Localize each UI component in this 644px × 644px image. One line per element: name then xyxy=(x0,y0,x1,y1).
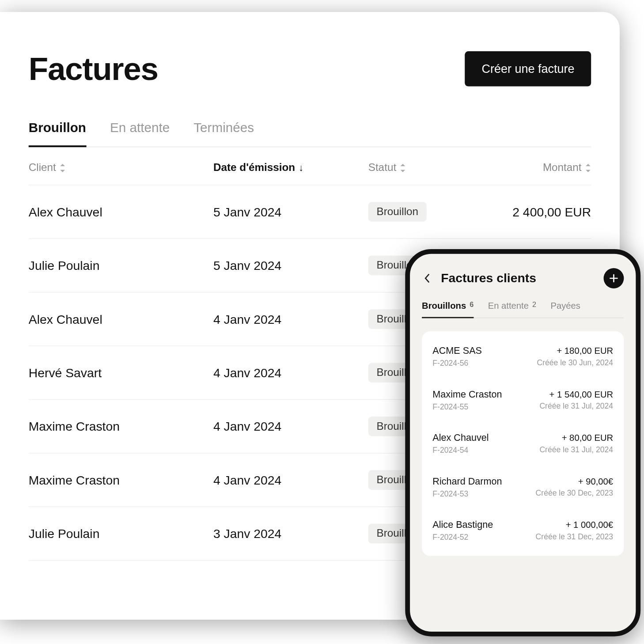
invoice-date: Créée le 31 Jul, 2024 xyxy=(539,402,613,410)
plus-icon xyxy=(610,274,618,283)
mobile-tabs: Brouillons 6 En attente 2 Payées xyxy=(422,300,624,318)
mobile-tab-label: Payées xyxy=(550,300,580,311)
invoice-ref: F-2024-52 xyxy=(432,533,493,542)
page-title: Factures xyxy=(29,50,158,87)
invoice-amount: + 80,00 EUR xyxy=(539,432,613,443)
mobile-tab-paid[interactable]: Payées xyxy=(550,300,580,318)
cell-client: Julie Poulain xyxy=(29,258,213,273)
table-header: Client Date d'émission ↓ Statut Montant xyxy=(29,147,591,185)
invoice-client: Alex Chauvel xyxy=(432,432,489,443)
tab-draft[interactable]: Brouillon xyxy=(29,120,86,146)
mobile-title: Factures clients xyxy=(441,271,595,285)
column-date[interactable]: Date d'émission ↓ xyxy=(213,162,368,174)
invoice-client: ACME SAS xyxy=(432,345,482,356)
cell-date: 4 Janv 2024 xyxy=(213,473,368,487)
table-row[interactable]: Alex Chauvel5 Janv 2024Brouillon2 400,00… xyxy=(29,186,591,239)
create-invoice-button[interactable]: Créer une facture xyxy=(465,51,591,86)
column-client-label: Client xyxy=(29,162,56,174)
mobile-invoice-list: ACME SASF-2024-56+ 180,00 EURCréée le 30… xyxy=(422,331,624,556)
column-date-label: Date d'émission xyxy=(213,162,295,174)
cell-date: 4 Janv 2024 xyxy=(213,312,368,326)
invoice-amount: + 180,00 EUR xyxy=(537,345,614,356)
cell-amount: 2 400,00 EUR xyxy=(472,205,591,219)
invoice-date: Créée le 30 Jun, 2024 xyxy=(537,358,614,367)
invoice-ref: F-2024-56 xyxy=(432,359,482,367)
cell-date: 3 Janv 2024 xyxy=(213,527,368,541)
invoice-client: Richard Darmon xyxy=(432,476,502,487)
mobile-tab-label: Brouillons xyxy=(422,300,466,311)
column-status-label: Statut xyxy=(368,162,396,174)
list-item[interactable]: Alex ChauvelF-2024-54+ 80,00 EURCréée le… xyxy=(432,422,613,465)
list-item[interactable]: ACME SASF-2024-56+ 180,00 EURCréée le 30… xyxy=(432,335,613,378)
cell-client: Julie Poulain xyxy=(29,527,213,541)
cell-status: Brouillon xyxy=(368,202,472,222)
mobile-tab-pending[interactable]: En attente 2 xyxy=(488,300,536,318)
desktop-tabs: Brouillon En attente Terminées xyxy=(29,120,591,147)
cell-date: 4 Janv 2024 xyxy=(213,366,368,380)
mobile-tab-count: 2 xyxy=(532,300,536,308)
mobile-tab-count: 6 xyxy=(470,300,474,308)
add-invoice-button[interactable] xyxy=(604,268,624,288)
cell-client: Maxime Craston xyxy=(29,419,213,433)
cell-client: Alex Chauvel xyxy=(29,312,213,326)
column-amount-label: Montant xyxy=(543,162,582,174)
tab-pending[interactable]: En attente xyxy=(110,120,170,146)
sort-icon xyxy=(400,163,405,172)
invoice-ref: F-2024-54 xyxy=(432,446,489,455)
arrow-down-icon: ↓ xyxy=(299,163,303,173)
column-client[interactable]: Client xyxy=(29,162,213,174)
tab-completed[interactable]: Terminées xyxy=(193,120,254,146)
invoice-client: Maxime Craston xyxy=(432,389,502,400)
sort-icon xyxy=(60,163,65,172)
cell-client: Alex Chauvel xyxy=(29,205,213,219)
invoice-client: Alice Bastigne xyxy=(432,519,493,530)
cell-date: 5 Janv 2024 xyxy=(213,258,368,273)
invoice-amount: + 1 000,00€ xyxy=(536,519,613,530)
column-status[interactable]: Statut xyxy=(368,162,472,174)
invoice-date: Créée le 30 Dec, 2023 xyxy=(536,489,613,497)
invoice-ref: F-2024-55 xyxy=(432,402,502,411)
invoice-amount: + 1 540,00 EUR xyxy=(539,389,613,399)
list-item[interactable]: Richard DarmonF-2024-53+ 90,00€Créée le … xyxy=(432,466,613,509)
invoice-date: Créée le 31 Jul, 2024 xyxy=(539,445,613,454)
cell-client: Maxime Craston xyxy=(29,473,213,487)
sort-icon xyxy=(585,163,591,172)
mobile-tab-label: En attente xyxy=(488,300,529,311)
list-item[interactable]: Maxime CrastonF-2024-55+ 1 540,00 EURCré… xyxy=(432,379,613,422)
list-item[interactable]: Alice BastigneF-2024-52+ 1 000,00€Créée … xyxy=(432,509,613,552)
invoice-ref: F-2024-53 xyxy=(432,489,502,498)
cell-client: Hervé Savart xyxy=(29,366,213,380)
cell-date: 5 Janv 2024 xyxy=(213,205,368,219)
mobile-window: Factures clients Brouillons 6 En attente… xyxy=(405,249,640,636)
column-amount[interactable]: Montant xyxy=(472,162,591,174)
back-icon[interactable] xyxy=(422,273,432,284)
invoice-amount: + 90,00€ xyxy=(536,476,613,486)
mobile-tab-drafts[interactable]: Brouillons 6 xyxy=(422,300,474,318)
invoice-date: Créée le 31 Dec, 2023 xyxy=(536,532,613,541)
status-badge: Brouillon xyxy=(368,202,427,222)
cell-date: 4 Janv 2024 xyxy=(213,419,368,433)
